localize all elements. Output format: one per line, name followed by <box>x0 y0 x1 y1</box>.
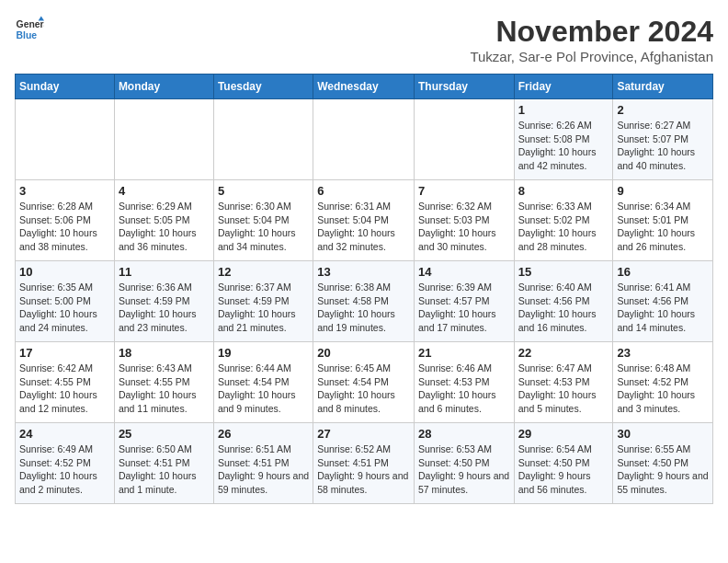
day-number: 28 <box>418 427 510 441</box>
day-number: 17 <box>19 346 110 360</box>
calendar-table: SundayMondayTuesdayWednesdayThursdayFrid… <box>15 74 713 504</box>
day-info: Sunrise: 6:44 AMSunset: 4:54 PMDaylight:… <box>218 362 309 416</box>
calendar-cell: 30Sunrise: 6:55 AMSunset: 4:50 PMDayligh… <box>613 423 713 504</box>
day-number: 16 <box>617 265 709 279</box>
calendar-cell: 2Sunrise: 6:27 AMSunset: 5:07 PMDaylight… <box>613 99 713 180</box>
day-info: Sunrise: 6:38 AMSunset: 4:58 PMDaylight:… <box>317 281 410 335</box>
day-number: 3 <box>19 184 110 198</box>
calendar-cell: 22Sunrise: 6:47 AMSunset: 4:53 PMDayligh… <box>514 342 613 423</box>
day-info: Sunrise: 6:40 AMSunset: 4:56 PMDaylight:… <box>518 281 609 335</box>
week-row-4: 17Sunrise: 6:42 AMSunset: 4:55 PMDayligh… <box>16 342 713 423</box>
calendar-cell: 27Sunrise: 6:52 AMSunset: 4:51 PMDayligh… <box>313 423 415 504</box>
day-number: 30 <box>617 427 709 441</box>
calendar-cell: 26Sunrise: 6:51 AMSunset: 4:51 PMDayligh… <box>213 423 313 504</box>
calendar-cell: 23Sunrise: 6:48 AMSunset: 4:52 PMDayligh… <box>613 342 713 423</box>
week-row-2: 3Sunrise: 6:28 AMSunset: 5:06 PMDaylight… <box>16 180 713 261</box>
day-number: 10 <box>19 265 110 279</box>
day-info: Sunrise: 6:32 AMSunset: 5:03 PMDaylight:… <box>418 200 510 254</box>
week-row-3: 10Sunrise: 6:35 AMSunset: 5:00 PMDayligh… <box>16 261 713 342</box>
calendar-cell: 28Sunrise: 6:53 AMSunset: 4:50 PMDayligh… <box>414 423 514 504</box>
calendar-cell: 3Sunrise: 6:28 AMSunset: 5:06 PMDaylight… <box>16 180 115 261</box>
day-info: Sunrise: 6:49 AMSunset: 4:52 PMDaylight:… <box>19 442 110 497</box>
day-number: 18 <box>119 346 210 360</box>
calendar-cell: 24Sunrise: 6:49 AMSunset: 4:52 PMDayligh… <box>16 423 115 504</box>
day-number: 27 <box>317 427 410 441</box>
day-number: 21 <box>418 346 510 360</box>
day-number: 19 <box>218 346 309 360</box>
calendar-cell: 21Sunrise: 6:46 AMSunset: 4:53 PMDayligh… <box>414 342 514 423</box>
day-info: Sunrise: 6:33 AMSunset: 5:02 PMDaylight:… <box>518 200 609 254</box>
calendar-cell: 1Sunrise: 6:26 AMSunset: 5:08 PMDaylight… <box>514 99 613 180</box>
day-info: Sunrise: 6:28 AMSunset: 5:06 PMDaylight:… <box>19 200 110 254</box>
day-number: 7 <box>418 184 510 198</box>
day-info: Sunrise: 6:53 AMSunset: 4:50 PMDaylight:… <box>418 442 510 497</box>
weekday-header-tuesday: Tuesday <box>213 75 313 99</box>
day-number: 6 <box>317 184 410 198</box>
day-number: 13 <box>317 265 410 279</box>
day-number: 4 <box>119 184 210 198</box>
day-info: Sunrise: 6:39 AMSunset: 4:57 PMDaylight:… <box>418 281 510 335</box>
weekday-header-sunday: Sunday <box>16 75 115 99</box>
day-info: Sunrise: 6:41 AMSunset: 4:56 PMDaylight:… <box>617 281 709 335</box>
calendar-cell: 15Sunrise: 6:40 AMSunset: 4:56 PMDayligh… <box>514 261 613 342</box>
day-info: Sunrise: 6:46 AMSunset: 4:53 PMDaylight:… <box>418 362 510 416</box>
calendar-cell: 14Sunrise: 6:39 AMSunset: 4:57 PMDayligh… <box>414 261 514 342</box>
calendar-cell: 12Sunrise: 6:37 AMSunset: 4:59 PMDayligh… <box>213 261 313 342</box>
day-number: 2 <box>617 103 709 117</box>
weekday-header-thursday: Thursday <box>414 75 514 99</box>
page-header: General Blue November 2024 Tukzar, Sar-e… <box>15 15 713 64</box>
calendar-body: 1Sunrise: 6:26 AMSunset: 5:08 PMDaylight… <box>16 99 713 504</box>
calendar-cell <box>313 99 415 180</box>
day-number: 15 <box>518 265 609 279</box>
weekday-header-friday: Friday <box>514 75 613 99</box>
calendar-cell <box>114 99 213 180</box>
day-number: 14 <box>418 265 510 279</box>
calendar-cell: 8Sunrise: 6:33 AMSunset: 5:02 PMDaylight… <box>514 180 613 261</box>
weekday-header-row: SundayMondayTuesdayWednesdayThursdayFrid… <box>16 75 713 99</box>
weekday-header-monday: Monday <box>114 75 213 99</box>
calendar-cell: 19Sunrise: 6:44 AMSunset: 4:54 PMDayligh… <box>213 342 313 423</box>
calendar-cell: 17Sunrise: 6:42 AMSunset: 4:55 PMDayligh… <box>16 342 115 423</box>
day-info: Sunrise: 6:30 AMSunset: 5:04 PMDaylight:… <box>218 200 309 254</box>
calendar-cell: 13Sunrise: 6:38 AMSunset: 4:58 PMDayligh… <box>313 261 415 342</box>
calendar-cell: 4Sunrise: 6:29 AMSunset: 5:05 PMDaylight… <box>114 180 213 261</box>
svg-text:General: General <box>17 19 44 29</box>
week-row-5: 24Sunrise: 6:49 AMSunset: 4:52 PMDayligh… <box>16 423 713 504</box>
svg-marker-2 <box>39 17 44 21</box>
day-number: 22 <box>518 346 609 360</box>
calendar-cell: 6Sunrise: 6:31 AMSunset: 5:04 PMDaylight… <box>313 180 415 261</box>
calendar-cell: 18Sunrise: 6:43 AMSunset: 4:55 PMDayligh… <box>114 342 213 423</box>
day-info: Sunrise: 6:54 AMSunset: 4:50 PMDaylight:… <box>518 442 609 497</box>
day-info: Sunrise: 6:51 AMSunset: 4:51 PMDaylight:… <box>218 442 309 497</box>
day-info: Sunrise: 6:35 AMSunset: 5:00 PMDaylight:… <box>19 281 110 335</box>
title-block: November 2024 Tukzar, Sar-e Pol Province… <box>470 15 713 64</box>
day-number: 5 <box>218 184 309 198</box>
calendar-cell <box>213 99 313 180</box>
day-info: Sunrise: 6:31 AMSunset: 5:04 PMDaylight:… <box>317 200 410 254</box>
day-number: 9 <box>617 184 709 198</box>
day-info: Sunrise: 6:50 AMSunset: 4:51 PMDaylight:… <box>119 442 210 497</box>
calendar-cell <box>414 99 514 180</box>
weekday-header-wednesday: Wednesday <box>313 75 415 99</box>
day-info: Sunrise: 6:45 AMSunset: 4:54 PMDaylight:… <box>317 362 410 416</box>
day-info: Sunrise: 6:29 AMSunset: 5:05 PMDaylight:… <box>119 200 210 254</box>
day-info: Sunrise: 6:55 AMSunset: 4:50 PMDaylight:… <box>617 442 709 497</box>
day-number: 24 <box>19 427 110 441</box>
svg-text:Blue: Blue <box>17 30 38 40</box>
logo-icon: General Blue <box>15 15 44 44</box>
day-number: 8 <box>518 184 609 198</box>
calendar-cell: 25Sunrise: 6:50 AMSunset: 4:51 PMDayligh… <box>114 423 213 504</box>
calendar-cell <box>16 99 115 180</box>
calendar-cell: 16Sunrise: 6:41 AMSunset: 4:56 PMDayligh… <box>613 261 713 342</box>
day-number: 1 <box>518 103 609 117</box>
day-info: Sunrise: 6:34 AMSunset: 5:01 PMDaylight:… <box>617 200 709 254</box>
day-info: Sunrise: 6:47 AMSunset: 4:53 PMDaylight:… <box>518 362 609 416</box>
day-number: 23 <box>617 346 709 360</box>
day-info: Sunrise: 6:36 AMSunset: 4:59 PMDaylight:… <box>119 281 210 335</box>
weekday-header-saturday: Saturday <box>613 75 713 99</box>
calendar-cell: 9Sunrise: 6:34 AMSunset: 5:01 PMDaylight… <box>613 180 713 261</box>
day-info: Sunrise: 6:48 AMSunset: 4:52 PMDaylight:… <box>617 362 709 416</box>
logo: General Blue <box>15 15 48 44</box>
day-info: Sunrise: 6:37 AMSunset: 4:59 PMDaylight:… <box>218 281 309 335</box>
day-number: 29 <box>518 427 609 441</box>
